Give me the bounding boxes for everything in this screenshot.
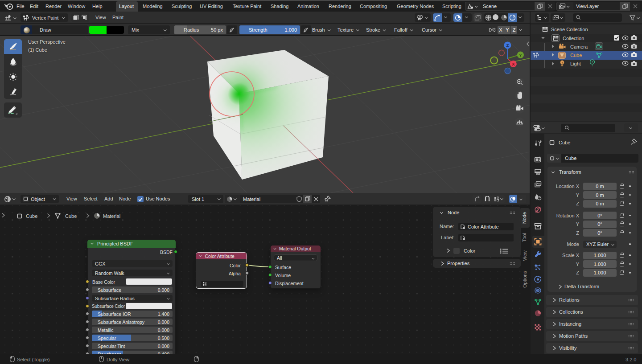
svg-text:Z: Z (506, 43, 509, 48)
svg-text:Y: Y (519, 53, 522, 57)
svg-text:X: X (512, 61, 515, 66)
